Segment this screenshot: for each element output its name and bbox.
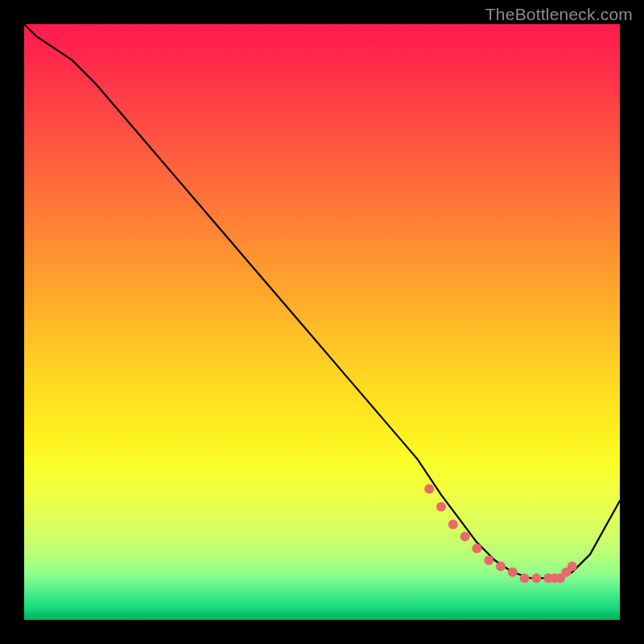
marker-dot: [472, 543, 481, 553]
marker-dot: [508, 568, 518, 577]
bottleneck-curve: [24, 24, 620, 578]
marker-dot: [436, 502, 446, 511]
marker-dots: [424, 484, 577, 583]
watermark-text: TheBottleneck.com: [485, 5, 633, 24]
plot-area: [24, 24, 620, 620]
marker-dot: [424, 484, 434, 493]
chart-stage: TheBottleneck.com: [0, 0, 644, 644]
marker-dot: [520, 573, 530, 583]
marker-dot: [496, 561, 506, 571]
marker-dot: [484, 555, 493, 565]
marker-dot: [531, 573, 541, 583]
marker-dot: [448, 520, 458, 530]
chart-svg: [24, 24, 620, 620]
marker-dot: [460, 531, 470, 541]
marker-dot: [568, 561, 577, 571]
